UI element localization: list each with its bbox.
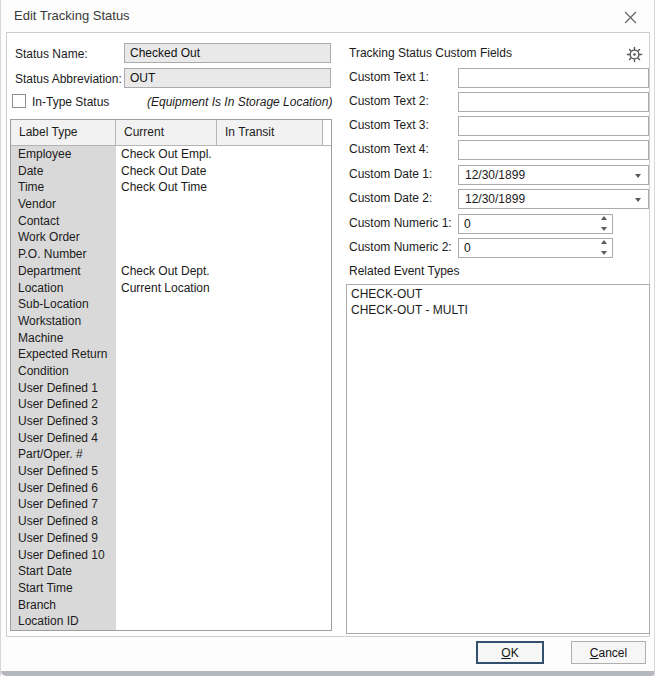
custom-text-1-input[interactable]	[458, 68, 649, 88]
label-type-cell: Work Order	[11, 229, 116, 246]
label-type-grid: Label Type Current In Transit EmployeeCh…	[10, 119, 332, 631]
in-transit-cell	[217, 446, 331, 463]
ok-button[interactable]: OK	[476, 641, 544, 664]
grid-header-in-transit[interactable]: In Transit	[217, 120, 323, 146]
edit-tracking-status-dialog: Edit Tracking Status Status Name: Status…	[0, 0, 655, 676]
in-transit-cell	[217, 597, 331, 614]
current-cell	[116, 396, 217, 413]
current-cell	[116, 196, 217, 213]
in-transit-cell	[217, 513, 331, 530]
in-transit-cell	[217, 246, 331, 263]
table-row[interactable]: User Defined 3	[11, 413, 331, 430]
in-transit-cell	[217, 547, 331, 564]
in-transit-cell	[217, 296, 331, 313]
label-type-cell: P.O. Number	[11, 246, 116, 263]
gear-icon[interactable]	[626, 46, 643, 66]
label-type-cell: Workstation	[11, 313, 116, 330]
current-cell: Current Location	[116, 280, 217, 297]
label-type-cell: User Defined 2	[11, 396, 116, 413]
label-type-cell: Date	[11, 163, 116, 180]
in-transit-cell	[217, 263, 331, 280]
in-transit-cell	[217, 163, 331, 180]
table-row[interactable]: TimeCheck Out Time	[11, 179, 331, 196]
table-row[interactable]: Condition	[11, 363, 331, 380]
table-row[interactable]: User Defined 6	[11, 480, 331, 497]
table-row[interactable]: Start Time	[11, 580, 331, 597]
table-row[interactable]: User Defined 5	[11, 463, 331, 480]
label-type-cell: Branch	[11, 597, 116, 614]
table-row[interactable]: User Defined 2	[11, 396, 331, 413]
table-row[interactable]: LocationCurrent Location	[11, 280, 331, 297]
custom-date-1-combo[interactable]: 12/30/1899	[458, 165, 649, 185]
custom-date-2-label: Custom Date 2:	[349, 191, 432, 205]
current-cell	[116, 313, 217, 330]
table-row[interactable]: User Defined 4	[11, 430, 331, 447]
table-row[interactable]: Contact	[11, 213, 331, 230]
label-type-cell: Employee	[11, 146, 116, 163]
list-item[interactable]: CHECK-OUT - MULTI	[347, 302, 649, 318]
label-type-cell: Condition	[11, 363, 116, 380]
in-transit-cell	[217, 213, 331, 230]
table-row[interactable]: User Defined 7	[11, 496, 331, 513]
table-row[interactable]: Location ID	[11, 613, 331, 630]
table-row[interactable]: User Defined 8	[11, 513, 331, 530]
table-row[interactable]: DepartmentCheck Out Dept.	[11, 263, 331, 280]
in-transit-cell	[217, 480, 331, 497]
table-row[interactable]: EmployeeCheck Out Empl.	[11, 146, 331, 163]
table-row[interactable]: P.O. Number	[11, 246, 331, 263]
chevron-down-icon[interactable]	[635, 174, 641, 178]
custom-numeric-2-label: Custom Numeric 2:	[349, 240, 452, 254]
current-cell	[116, 530, 217, 547]
label-type-cell: User Defined 4	[11, 430, 116, 447]
in-transit-cell	[217, 580, 331, 597]
status-abbreviation-field[interactable]	[124, 68, 331, 88]
table-row[interactable]: Expected Return	[11, 346, 331, 363]
in-type-status-checkbox[interactable]	[12, 94, 26, 108]
spin-down-icon[interactable]	[601, 251, 607, 255]
current-cell	[116, 480, 217, 497]
table-row[interactable]: Part/Oper. #	[11, 446, 331, 463]
custom-numeric-2-input[interactable]	[458, 238, 613, 258]
table-row[interactable]: Branch	[11, 597, 331, 614]
in-transit-cell	[217, 563, 331, 580]
cancel-button[interactable]: Cancel	[571, 641, 646, 664]
table-row[interactable]: User Defined 10	[11, 547, 331, 564]
related-event-types-list[interactable]: CHECK-OUTCHECK-OUT - MULTI	[346, 284, 650, 634]
custom-text-2-input[interactable]	[458, 92, 649, 112]
dialog-title: Edit Tracking Status	[14, 8, 130, 23]
table-row[interactable]: Sub-Location	[11, 296, 331, 313]
table-row[interactable]: DateCheck Out Date	[11, 163, 331, 180]
table-row[interactable]: Workstation	[11, 313, 331, 330]
spin-up-icon[interactable]	[601, 216, 607, 220]
grid-header-current[interactable]: Current	[116, 120, 217, 146]
close-icon[interactable]	[620, 7, 640, 27]
list-item[interactable]: CHECK-OUT	[347, 286, 649, 302]
grid-header-label-type[interactable]: Label Type	[11, 120, 116, 146]
label-type-table-body: EmployeeCheck Out Empl.DateCheck Out Dat…	[11, 146, 331, 630]
label-type-cell: Sub-Location	[11, 296, 116, 313]
table-row[interactable]: User Defined 9	[11, 530, 331, 547]
status-name-field[interactable]	[124, 43, 331, 63]
label-type-cell: User Defined 9	[11, 530, 116, 547]
chevron-down-icon[interactable]	[635, 198, 641, 202]
table-row[interactable]: User Defined 1	[11, 380, 331, 397]
spin-up-icon[interactable]	[601, 240, 607, 244]
current-cell	[116, 296, 217, 313]
custom-text-3-input[interactable]	[458, 116, 649, 136]
in-transit-cell	[217, 396, 331, 413]
spin-down-icon[interactable]	[601, 227, 607, 231]
in-transit-cell	[217, 196, 331, 213]
label-type-cell: Machine	[11, 330, 116, 347]
table-row[interactable]: Start Date	[11, 563, 331, 580]
current-cell	[116, 413, 217, 430]
table-row[interactable]: Machine	[11, 330, 331, 347]
table-row[interactable]: Work Order	[11, 229, 331, 246]
custom-text-3-label: Custom Text 3:	[349, 118, 429, 132]
table-row[interactable]: Vendor	[11, 196, 331, 213]
custom-numeric-1-input[interactable]	[458, 214, 613, 234]
custom-text-4-input[interactable]	[458, 140, 649, 160]
titlebar: Edit Tracking Status	[1, 0, 654, 32]
custom-date-2-combo[interactable]: 12/30/1899	[458, 189, 649, 209]
current-cell: Check Out Empl.	[116, 146, 217, 163]
custom-text-1-label: Custom Text 1:	[349, 70, 429, 84]
